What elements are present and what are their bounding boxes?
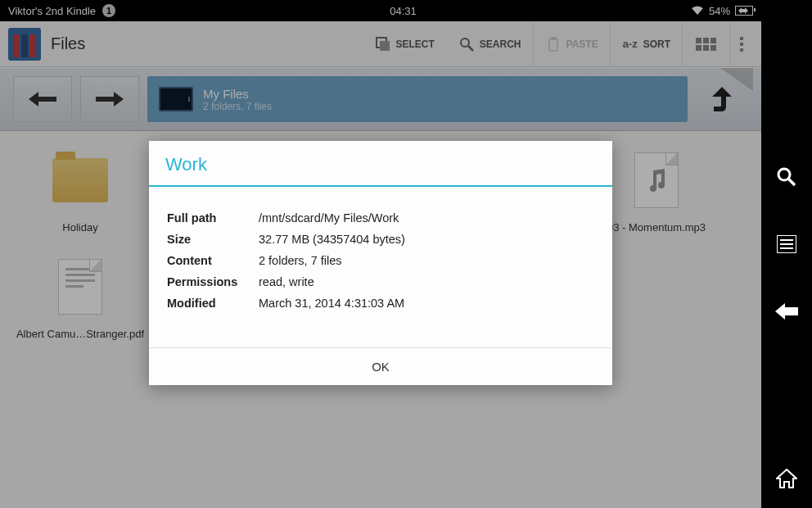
home-icon	[776, 468, 797, 489]
sidebar-menu-button[interactable]	[774, 231, 800, 257]
svg-point-6	[778, 169, 790, 180]
info-key: Permissions	[167, 272, 257, 292]
info-value: 32.77 MB (34357404 bytes)	[259, 229, 594, 249]
dialog-body: Full path/mnt/sdcard/My Files/Work Size3…	[149, 187, 612, 347]
search-icon	[776, 166, 797, 188]
info-value: /mnt/sdcard/My Files/Work	[259, 208, 594, 228]
properties-dialog: Work Full path/mnt/sdcard/My Files/Work …	[149, 141, 612, 385]
info-row: Content2 folders, 7 files	[167, 251, 594, 270]
info-key: Modified	[167, 293, 257, 313]
arrow-left-icon	[775, 303, 798, 320]
sidebar-search-button[interactable]	[774, 164, 800, 190]
info-value: read, write	[259, 272, 594, 292]
info-row: Size32.77 MB (34357404 bytes)	[167, 229, 594, 249]
info-value: 2 folders, 7 files	[259, 251, 594, 270]
sidebar-back-button[interactable]	[774, 298, 800, 324]
system-sidebar	[761, 0, 812, 508]
info-value: March 31, 2014 4:31:03 AM	[259, 293, 594, 313]
info-key: Full path	[167, 208, 257, 228]
dialog-title: Work	[149, 141, 612, 185]
info-row: Permissionsread, write	[167, 272, 594, 292]
info-row: ModifiedMarch 31, 2014 4:31:03 AM	[167, 293, 594, 313]
info-key: Size	[167, 229, 257, 249]
menu-icon	[777, 235, 796, 253]
info-key: Content	[167, 251, 257, 270]
sidebar-home-button[interactable]	[774, 465, 800, 492]
svg-line-7	[788, 179, 795, 185]
info-row: Full path/mnt/sdcard/My Files/Work	[167, 208, 594, 228]
dialog-ok-button[interactable]: OK	[149, 347, 612, 385]
